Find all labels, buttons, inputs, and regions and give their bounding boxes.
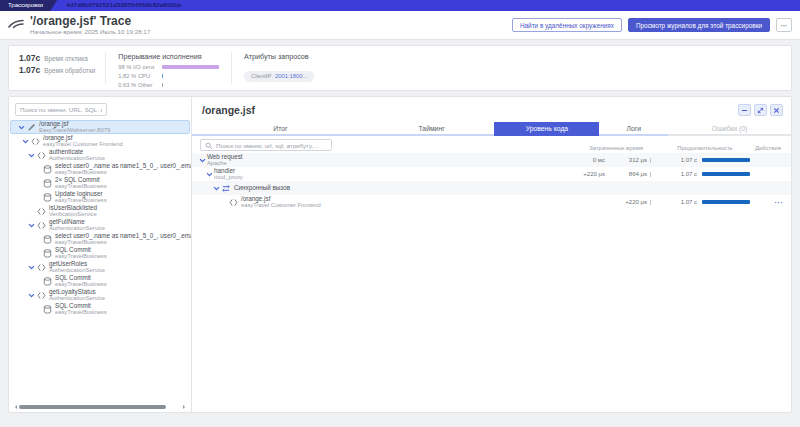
duration-value: 1.07 с (657, 157, 697, 163)
detail-search-input[interactable] (216, 142, 327, 149)
detail-row[interactable]: Синхронный вызов (192, 181, 791, 195)
breakdown-bar (162, 74, 163, 78)
tree-item-subtitle: AuthenticationService (49, 155, 105, 161)
metric-label: Время обработки (44, 67, 95, 74)
chevron-down-icon[interactable] (198, 156, 206, 164)
tree-item[interactable]: authenticate AuthenticationService (9, 148, 191, 162)
elapsed-value: +220 µs (605, 199, 647, 205)
tree-item[interactable]: /orange.jsf EasyTravelWebserver:8079 (10, 120, 190, 134)
scrollbar-track[interactable] (19, 405, 181, 409)
scroll-right-arrow[interactable] (183, 405, 187, 409)
elapsed-time-column-header: Затраченное время (560, 145, 657, 151)
elapsed-tick (647, 172, 657, 177)
tree-item-subtitle: EasyTravelWebserver:8079 (39, 127, 110, 133)
tree-item[interactable]: SQL Commit easyTravelBusiness (9, 274, 191, 288)
tree-search-input[interactable] (15, 103, 107, 116)
tree-item[interactable]: /orange.jsf easyTravel Customer Frontend (9, 134, 191, 148)
breakdown-title: Прерывание исполнения (118, 52, 219, 61)
chevron-spacer (33, 179, 41, 187)
breakdown-bar (162, 83, 163, 87)
breakdown-row: 98 % I/O сети (118, 64, 219, 70)
tree-item[interactable]: getUserRoles AuthenticationService (9, 260, 191, 274)
minimize-panel-button[interactable] (738, 104, 751, 116)
tree-item[interactable]: SQL Commit easyTravelBusiness (9, 246, 191, 260)
tab-логи[interactable]: Логи (599, 122, 668, 136)
chevron-spacer (33, 249, 41, 257)
elapsed-tick (647, 158, 657, 163)
close-panel-button[interactable] (770, 104, 783, 116)
detail-search-box[interactable] (200, 139, 332, 151)
tab-уровень-кода[interactable]: Уровень кода (494, 122, 599, 136)
chevron-spacer (33, 305, 41, 313)
metric-label: Время отклика (44, 55, 87, 62)
chevron-down-icon[interactable] (27, 151, 35, 159)
duration-value: 1.07 с (657, 199, 697, 205)
code-icon (228, 197, 238, 207)
chevron-down-icon[interactable] (27, 221, 35, 229)
breakdown-label: 1.82 % CPU (118, 73, 162, 79)
tab-итог[interactable]: Итог (192, 122, 369, 136)
detail-row-title: Синхронный вызов (234, 185, 290, 192)
trace-icon (8, 16, 24, 34)
scroll-left-arrow[interactable] (13, 405, 17, 409)
pen-icon (26, 122, 36, 132)
chevron-down-icon[interactable] (205, 170, 213, 178)
tree-item[interactable]: select user0_.name as name1_5_0_, user0_… (9, 162, 191, 176)
elapsed-value: 312 µs (605, 157, 647, 163)
scrollbar-thumb[interactable] (19, 405, 166, 409)
duration-column-header: Продолжительность (657, 145, 753, 151)
tree-item[interactable]: Update loginuser easyTravelBusiness (9, 190, 191, 204)
horizontal-scrollbar[interactable] (13, 404, 187, 409)
find-remote-environments-button[interactable]: Найти в удалённых окружениях (512, 18, 622, 32)
chevron-down-icon[interactable] (17, 123, 25, 131)
tree-item[interactable]: isUserBlacklisted VerificationService (9, 204, 191, 218)
breakdown-bar (162, 65, 219, 69)
detail-row[interactable]: /orange.jsfeasyTravel Customer Frontend … (192, 195, 791, 209)
badge-key: ClientIP: (251, 73, 273, 79)
request-attributes-section: Атрибуты запросов ClientIP: 2001:1800... (232, 46, 326, 90)
tree-item[interactable]: getLoyaltyStatus AuthenticationService (9, 288, 191, 302)
duration-bar (697, 158, 753, 162)
trace-id-breadcrumb[interactable]: 4d7d8b0791521d338554559b82a802bb (50, 0, 800, 11)
tree-item-subtitle: AuthenticationService (49, 295, 105, 301)
elapsed-start-value: +220 µs (560, 171, 605, 177)
duration-bar (697, 172, 753, 176)
detail-row[interactable]: Web requestApache 0 мс 312 µs 1.07 с (192, 153, 791, 167)
client-ip-badge[interactable]: ClientIP: 2001:1800... (244, 71, 314, 82)
code-icon (36, 150, 46, 160)
database-icon (42, 248, 52, 258)
tree-item-subtitle: easyTravelBusiness (55, 197, 107, 203)
breakdown-label: 0.63 % Other (118, 82, 162, 88)
duration-bar (697, 200, 753, 204)
detail-row-subtitle: Apache (207, 160, 243, 166)
view-logs-button[interactable]: Просмотр журналов для этой трассировки (628, 18, 770, 32)
breakdown-row: 0.63 % Other (118, 82, 219, 88)
chevron-down-icon[interactable] (21, 137, 29, 145)
tab-ошибки-0-: Ошибки (0) (668, 122, 791, 136)
chevron-down-icon[interactable] (212, 184, 220, 192)
tree-item-subtitle: AuthenticationService (49, 267, 105, 273)
chevron-down-icon[interactable] (27, 291, 35, 299)
traces-nav-tab[interactable]: Трассировки (0, 0, 55, 11)
row-actions-button[interactable]: ··· (753, 199, 783, 206)
tree-item-subtitle: easyTravelBusiness (55, 183, 107, 189)
code-icon (36, 290, 46, 300)
tree-item[interactable]: SQL Commit easyTravelBusiness (9, 302, 191, 316)
chevron-down-icon[interactable] (27, 263, 35, 271)
detail-tabs: ИтогТаймингУровень кодаЛогиОшибки (0) (192, 122, 791, 136)
trace-summary-card: 1.07с Время отклика 1.07с Время обработк… (8, 45, 792, 91)
database-icon (42, 276, 52, 286)
tree-item-subtitle: easyTravelBusiness (55, 281, 107, 287)
top-navigation-bar: Трассировки 4d7d8b0791521d338554559b82a8… (0, 0, 800, 11)
tree-item-subtitle: easyTravelBusiness (55, 309, 107, 315)
tree-item[interactable]: select user0_.name as name1_5_0_, user0_… (9, 232, 191, 246)
elapsed-start-value: 0 мс (560, 157, 605, 163)
tree-item[interactable]: 2× SQL Commit easyTravelBusiness (9, 176, 191, 190)
detail-row[interactable]: handlermod_proxy +220 µs 864 µs 1.07 с (192, 167, 791, 181)
tree-item[interactable]: getFullName AuthenticationService (9, 218, 191, 232)
more-actions-button[interactable]: ··· (776, 18, 792, 32)
chevron-spacer (27, 207, 35, 215)
tab-тайминг[interactable]: Тайминг (369, 122, 495, 136)
metric-row: 1.07с Время отклика (19, 53, 95, 63)
expand-panel-button[interactable] (754, 104, 767, 116)
